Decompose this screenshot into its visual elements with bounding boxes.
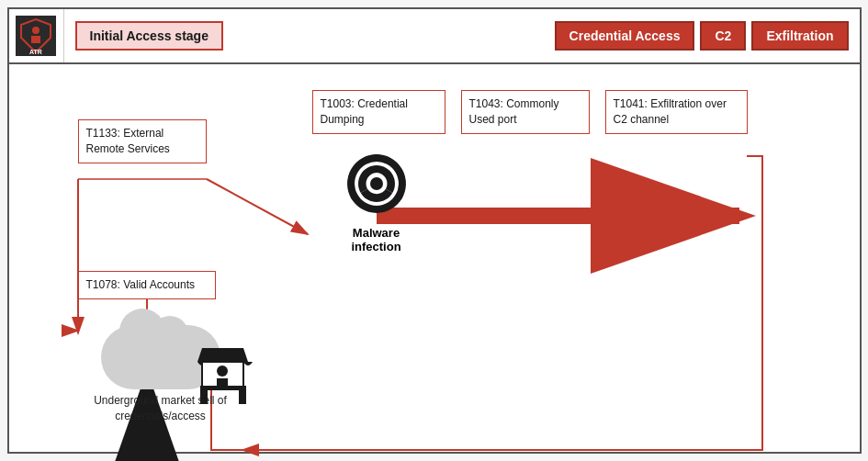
market-stall-icon (193, 343, 253, 408)
biohazard-icon (340, 147, 413, 220)
svg-line-9 (207, 179, 308, 234)
content-area: T1133: External Remote Services T1003: C… (9, 64, 860, 452)
t1133-box: T1133: External Remote Services (78, 119, 207, 163)
svg-rect-20 (200, 386, 246, 390)
t1078-box: T1078: Valid Accounts (78, 271, 216, 299)
exfiltration-label: Exfiltration (751, 21, 848, 51)
main-container: ATR Initial Access stage Credential Acce… (7, 7, 862, 454)
svg-rect-22 (217, 378, 228, 386)
svg-text:ATR: ATR (29, 49, 42, 55)
c2-label: C2 (700, 21, 746, 51)
t1043-box: T1043: Commonly Used port (461, 90, 590, 134)
header-row: ATR Initial Access stage Credential Acce… (9, 9, 860, 62)
malware-area: Malware infection (312, 147, 441, 253)
svg-rect-23 (200, 390, 208, 404)
svg-rect-3 (31, 36, 40, 43)
svg-point-2 (32, 27, 39, 34)
header-right-stages: Credential Access C2 Exfiltration (555, 21, 849, 51)
svg-point-17 (372, 179, 381, 188)
credential-access-label: Credential Access (555, 21, 695, 51)
svg-point-21 (217, 365, 228, 377)
svg-rect-24 (239, 390, 246, 404)
svg-marker-18 (197, 348, 248, 362)
logo-area: ATR (9, 9, 64, 62)
t1003-box: T1003: Credential Dumping (312, 90, 445, 134)
initial-access-label: Initial Access stage (75, 21, 223, 51)
atr-logo-icon: ATR (16, 16, 56, 56)
malware-label: Malware infection (351, 226, 400, 253)
header-stages: Initial Access stage Credential Access C… (64, 9, 860, 62)
t1041-box: T1041: Exfiltration over C2 channel (605, 90, 748, 134)
